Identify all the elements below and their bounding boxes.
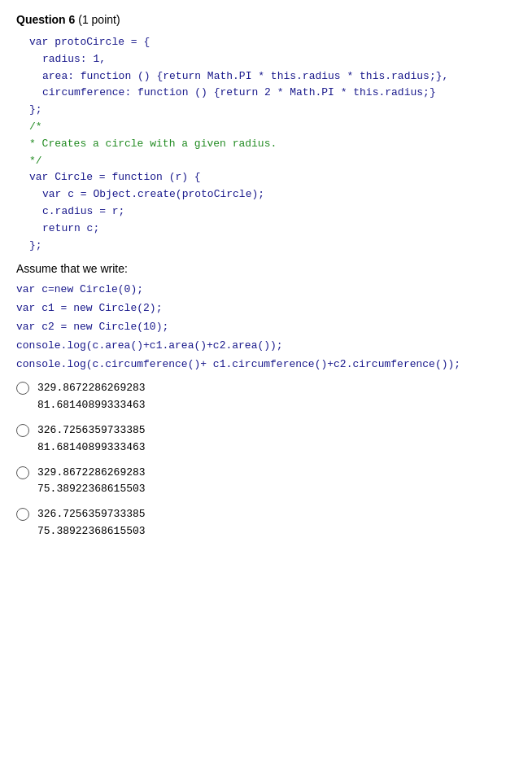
code-line-1: var protoCircle = { <box>29 34 516 51</box>
question-container: Question 6 (1 point) var protoCircle = {… <box>16 13 516 540</box>
stmt4: console.log(c.area()+c1.area()+c2.area()… <box>16 339 516 352</box>
option-text-2: 326.725635973338581.68140899333463 <box>37 422 146 457</box>
radio-1[interactable] <box>16 382 29 395</box>
code-comment-start: /* <box>29 119 516 136</box>
code-line-11: c.radius = r; <box>29 203 516 221</box>
code-comment-end: */ <box>29 153 516 170</box>
code-block: var protoCircle = { radius: 1, area: fun… <box>16 34 516 254</box>
stmt5: console.log(c.circumference()+ c1.circum… <box>16 358 516 370</box>
question-header: Question 6 (1 point) <box>16 13 516 26</box>
option-line2-4: 75.38922368615503 <box>37 525 146 537</box>
option-text-1: 329.867228626928381.68140899333463 <box>37 380 146 414</box>
option-line1-4: 326.7256359733385 <box>37 508 146 520</box>
code-line-12: return c; <box>29 221 516 238</box>
radio-3[interactable] <box>16 466 29 479</box>
question-points: (1 point) <box>78 13 120 26</box>
stmt3: var c2 = new Circle(10); <box>16 321 516 333</box>
stmt1: var c=new Circle(0); <box>16 283 516 295</box>
option-line1-1: 329.8672286269283 <box>37 382 146 394</box>
option-text-3: 329.867228626928375.38922368615503 <box>37 465 146 499</box>
radio-2[interactable] <box>16 424 29 437</box>
stmt2: var c1 = new Circle(2); <box>16 302 516 314</box>
option-line1-3: 329.8672286269283 <box>37 466 146 479</box>
radio-4[interactable] <box>16 508 29 521</box>
option-line2-2: 81.68140899333463 <box>37 441 146 453</box>
code-line-9: var Circle = function (r) { <box>29 169 516 186</box>
options-section: 329.867228626928381.68140899333463326.72… <box>16 380 516 540</box>
prose-text: Assume that we write: <box>16 262 516 275</box>
question-title: Question 6 <box>16 13 75 26</box>
code-line-10: var c = Object.create(protoCircle); <box>29 186 516 203</box>
option-item-2[interactable]: 326.725635973338581.68140899333463 <box>16 422 516 457</box>
code-line-13: }; <box>29 238 516 255</box>
code-line-3: area: function () {return Math.PI * this… <box>29 68 516 85</box>
option-text-4: 326.725635973338575.38922368615503 <box>37 506 146 540</box>
code-comment-body: * Creates a circle with a given radius. <box>29 136 516 153</box>
option-line2-1: 81.68140899333463 <box>37 399 146 411</box>
code-line-4: circumference: function () {return 2 * M… <box>29 85 516 102</box>
option-line1-2: 326.7256359733385 <box>37 424 146 436</box>
option-line2-3: 75.38922368615503 <box>37 483 146 495</box>
code-line-2: radius: 1, <box>29 51 516 68</box>
option-item-4[interactable]: 326.725635973338575.38922368615503 <box>16 506 516 540</box>
option-item-3[interactable]: 329.867228626928375.38922368615503 <box>16 465 516 499</box>
option-item-1[interactable]: 329.867228626928381.68140899333463 <box>16 380 516 414</box>
code-line-5: }; <box>29 102 516 119</box>
